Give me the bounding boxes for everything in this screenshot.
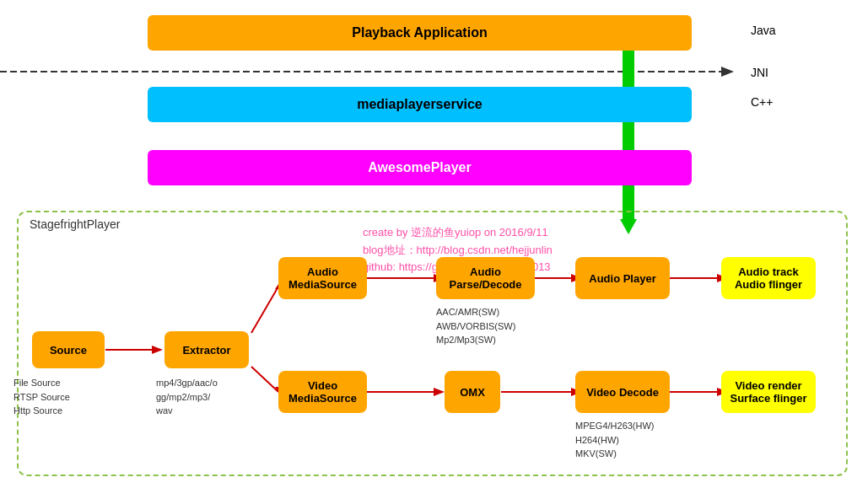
- extractor-annotation: mp4/3gp/aac/o gg/mp2/mp3/ wav: [156, 376, 218, 418]
- diagram: Playback Application mediaplayerservice …: [0, 0, 868, 488]
- audio-codecs-annotation: AAC/AMR(SW) AWB/VORBIS(SW) Mp2/Mp3(SW): [436, 305, 515, 347]
- video-decode-box: Video Decode: [575, 371, 670, 413]
- audio-parse-decode-box: Audio Parse/Decode: [436, 257, 535, 299]
- omx-box: OMX: [445, 371, 500, 413]
- jni-label: JNI: [751, 66, 768, 79]
- audio-mediasource-box: Audio MediaSource: [278, 257, 367, 299]
- stagefright-container: [17, 211, 848, 476]
- svg-marker-1: [721, 67, 734, 77]
- mps-box: mediaplayerservice: [148, 87, 692, 122]
- video-render-box: Video render Surface flinger: [721, 371, 816, 413]
- cpp-label: C++: [751, 95, 773, 109]
- extractor-box: Extractor: [164, 331, 249, 368]
- java-label: Java: [751, 24, 776, 37]
- playback-box: Playback Application: [148, 15, 692, 51]
- video-mediasource-box: Video MediaSource: [278, 371, 367, 413]
- stagefright-label: StagefrightPlayer: [30, 217, 120, 231]
- audio-player-box: Audio Player: [575, 257, 670, 299]
- source-annotation: File Source RTSP Source Http Source: [13, 376, 70, 418]
- video-codecs-annotation: MPEG4/H263(HW) H264(HW) MKV(SW): [575, 419, 655, 461]
- source-box: Source: [32, 331, 105, 368]
- awesome-box: AwesomePlayer: [148, 150, 692, 185]
- audio-track-box: Audio track Audio flinger: [721, 257, 816, 299]
